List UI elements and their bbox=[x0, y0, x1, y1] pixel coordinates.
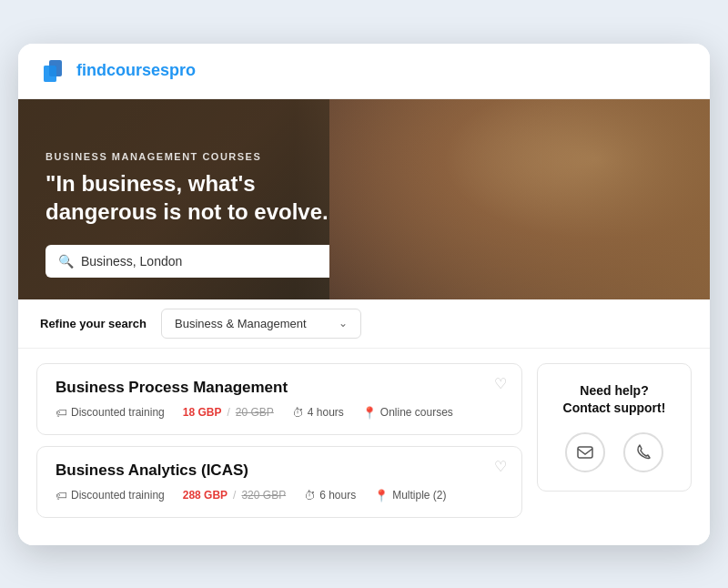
svg-rect-2 bbox=[44, 66, 56, 82]
tag-icon: 🏷 bbox=[56, 489, 67, 502]
help-title: Need help?Contact support! bbox=[552, 382, 676, 418]
discount-label: Discounted training bbox=[71, 489, 165, 502]
wishlist-button[interactable]: ♡ bbox=[494, 460, 507, 474]
location-wrap: 📍 Multiple (2) bbox=[374, 489, 446, 502]
course-card: ♡ Business Process Management 🏷 Discount… bbox=[36, 363, 522, 435]
dropdown-value: Business & Management bbox=[175, 317, 307, 330]
hero-quote: "In business, what's dangerous is not to… bbox=[46, 169, 355, 226]
course-title: Business Process Management bbox=[56, 379, 503, 397]
course-title: Business Analytics (ICAS) bbox=[56, 461, 503, 480]
duration-wrap: ⏱ 4 hours bbox=[292, 406, 344, 420]
course-card: ♡ Business Analytics (ICAS) 🏷 Discounted… bbox=[36, 446, 522, 518]
price-old: 320 GBP bbox=[241, 489, 286, 502]
tag-icon: 🏷 bbox=[56, 406, 67, 420]
price-new: 18 GBP bbox=[183, 406, 222, 419]
browser-window: findcoursespro BUSINESS MANAGEMENT COURS… bbox=[18, 44, 710, 545]
price-wrap: 288 GBP / 320 GBP bbox=[183, 489, 286, 502]
logo-icon bbox=[40, 56, 69, 86]
discount-label-wrap: 🏷 Discounted training bbox=[56, 489, 165, 502]
refine-label: Refine your search bbox=[40, 317, 147, 330]
hero-background bbox=[329, 99, 710, 299]
price-wrap: 18 GBP / 20 GBP bbox=[183, 406, 274, 419]
duration-wrap: ⏱ 6 hours bbox=[304, 489, 356, 502]
search-icon: 🔍 bbox=[58, 254, 74, 269]
main-content: ♡ Business Process Management 🏷 Discount… bbox=[18, 349, 710, 545]
clock-icon: ⏱ bbox=[292, 406, 304, 420]
duration: 4 hours bbox=[308, 406, 344, 419]
email-button[interactable] bbox=[565, 432, 605, 472]
price-old: 20 GBP bbox=[236, 406, 274, 419]
phone-button[interactable] bbox=[623, 432, 663, 472]
location: Online courses bbox=[380, 406, 453, 419]
header: findcoursespro bbox=[18, 44, 710, 99]
location-wrap: 📍 Online courses bbox=[362, 406, 453, 420]
wishlist-button[interactable]: ♡ bbox=[494, 377, 507, 391]
email-icon bbox=[576, 443, 594, 461]
location: Multiple (2) bbox=[392, 489, 446, 502]
location-icon: 📍 bbox=[362, 406, 377, 420]
side-panel: Need help?Contact support! bbox=[537, 363, 692, 527]
discount-label: Discounted training bbox=[71, 406, 165, 419]
courses-list: ♡ Business Process Management 🏷 Discount… bbox=[36, 363, 522, 527]
chevron-down-icon: ⌄ bbox=[339, 317, 348, 329]
help-icons-row bbox=[552, 432, 676, 472]
duration: 6 hours bbox=[319, 489, 356, 502]
location-icon: 📍 bbox=[374, 489, 389, 502]
discount-label-wrap: 🏷 Discounted training bbox=[56, 406, 165, 420]
logo: findcoursespro bbox=[40, 56, 196, 86]
svg-rect-3 bbox=[578, 447, 592, 458]
hero-banner: BUSINESS MANAGEMENT COURSES "In business… bbox=[18, 99, 710, 299]
search-input-wrap[interactable]: 🔍 bbox=[46, 245, 339, 278]
help-title-text: Need help?Contact support! bbox=[563, 383, 666, 416]
search-input[interactable] bbox=[81, 254, 327, 269]
course-meta: 🏷 Discounted training 18 GBP / 20 GBP ⏱ … bbox=[56, 406, 503, 420]
course-meta: 🏷 Discounted training 288 GBP / 320 GBP … bbox=[56, 489, 503, 502]
clock-icon: ⏱ bbox=[304, 489, 316, 502]
phone-icon bbox=[634, 443, 652, 461]
help-card: Need help?Contact support! bbox=[537, 363, 692, 492]
refine-bar: Refine your search Business & Management… bbox=[18, 299, 710, 349]
logo-text: findcoursespro bbox=[76, 61, 196, 80]
price-new: 288 GBP bbox=[183, 489, 228, 502]
category-dropdown[interactable]: Business & Management ⌄ bbox=[161, 309, 361, 339]
